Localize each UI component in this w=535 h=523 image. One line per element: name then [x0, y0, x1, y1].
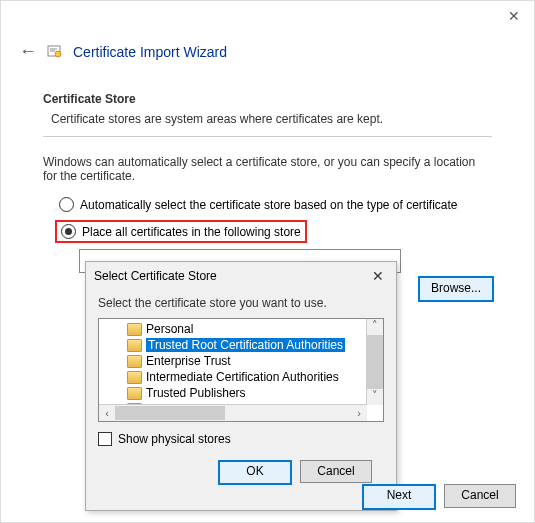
folder-icon — [127, 355, 142, 368]
tree-item[interactable]: Trusted Publishers — [99, 385, 383, 401]
horizontal-scrollbar[interactable]: ‹ › — [99, 404, 367, 421]
folder-icon — [127, 371, 142, 384]
next-button[interactable]: Next — [362, 484, 436, 510]
scroll-up-icon[interactable]: ˄ — [367, 319, 383, 335]
back-arrow-icon[interactable]: ← — [19, 41, 37, 62]
scroll-thumb[interactable] — [115, 406, 225, 420]
radio-auto-select[interactable]: Automatically select the certificate sto… — [59, 197, 492, 212]
titlebar: ✕ — [1, 1, 534, 31]
dialog-title: Select Certificate Store — [94, 269, 217, 283]
radio-auto-label: Automatically select the certificate sto… — [80, 198, 458, 212]
wizard-title: Certificate Import Wizard — [73, 44, 227, 60]
section-heading: Certificate Store — [43, 92, 492, 106]
show-physical-label: Show physical stores — [118, 432, 231, 446]
close-icon[interactable]: ✕ — [494, 1, 534, 31]
vertical-scrollbar[interactable]: ˄ ˅ — [366, 319, 383, 405]
section-description: Certificate stores are system areas wher… — [51, 112, 484, 126]
certificate-icon — [47, 44, 63, 60]
folder-icon — [127, 323, 142, 336]
radio-icon[interactable] — [61, 224, 76, 239]
cancel-button[interactable]: Cancel — [300, 460, 372, 483]
radio-place-highlight: Place all certificates in the following … — [55, 220, 307, 243]
scroll-left-icon[interactable]: ‹ — [99, 405, 115, 421]
divider — [43, 136, 492, 137]
scroll-thumb[interactable] — [367, 335, 383, 389]
store-tree[interactable]: Personal Trusted Root Certification Auth… — [98, 318, 384, 422]
browse-button[interactable]: Browse... — [418, 276, 494, 302]
radio-icon — [59, 197, 74, 212]
show-physical-checkbox[interactable]: Show physical stores — [98, 432, 384, 446]
ok-button[interactable]: OK — [218, 460, 292, 485]
section-info: Windows can automatically select a certi… — [43, 155, 492, 183]
tree-item[interactable]: Trusted Root Certification Authorities — [99, 337, 383, 353]
tree-item[interactable]: Intermediate Certification Authorities — [99, 369, 383, 385]
tree-item[interactable]: Personal — [99, 321, 383, 337]
tree-item[interactable]: Enterprise Trust — [99, 353, 383, 369]
scroll-right-icon[interactable]: › — [351, 405, 367, 421]
svg-point-1 — [55, 51, 61, 57]
select-store-dialog: Select Certificate Store ✕ Select the ce… — [85, 261, 397, 511]
close-icon[interactable]: ✕ — [368, 268, 388, 284]
cancel-button[interactable]: Cancel — [444, 484, 516, 508]
checkbox-icon — [98, 432, 112, 446]
radio-place-label: Place all certificates in the following … — [82, 225, 301, 239]
dialog-text: Select the certificate store you want to… — [98, 296, 384, 310]
scroll-down-icon[interactable]: ˅ — [367, 389, 383, 405]
folder-icon — [127, 339, 142, 352]
folder-icon — [127, 387, 142, 400]
